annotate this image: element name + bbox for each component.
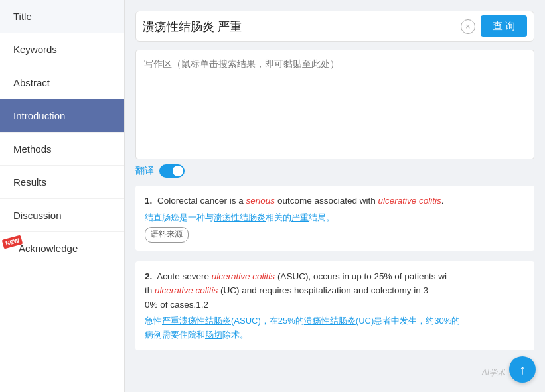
sidebar-item-label: Methods xyxy=(13,143,52,155)
result-number: 2. xyxy=(145,271,152,281)
sidebar-item-label: Title xyxy=(13,11,32,22)
result-text-part: outcome associated with xyxy=(275,196,378,206)
sidebar-item-methods[interactable]: Methods xyxy=(0,133,124,166)
search-query: 溃疡性结肠炎 严重 xyxy=(143,19,455,34)
result-text: 2. Acute severe ulcerative colitis (ASUC… xyxy=(145,269,525,312)
write-area[interactable] xyxy=(135,50,534,159)
sidebar-item-title[interactable]: Title xyxy=(0,0,124,33)
italic-keyword: ulcerative colitis xyxy=(378,196,441,206)
sidebar-item-results[interactable]: Results xyxy=(0,166,124,199)
search-bar: 溃疡性结肠炎 严重 × 查 询 xyxy=(135,11,534,42)
result-text-part: . xyxy=(441,196,444,206)
sidebar-item-acknowledge[interactable]: NEW Acknowledge xyxy=(0,232,124,265)
result-text: 1. Colorectal cancer is a serious outcom… xyxy=(145,194,525,208)
scroll-up-icon: ↑ xyxy=(519,362,526,377)
toggle-row: 翻译 xyxy=(135,164,534,178)
sidebar-item-discussion[interactable]: Discussion xyxy=(0,199,124,232)
sidebar-item-abstract[interactable]: Abstract xyxy=(0,66,124,99)
sidebar-item-label: Keywords xyxy=(13,44,57,55)
search-input-wrapper: 溃疡性结肠炎 严重 xyxy=(143,19,455,34)
result-item[interactable]: 1. Colorectal cancer is a serious outcom… xyxy=(135,186,534,251)
translate-toggle[interactable] xyxy=(159,164,185,178)
sidebar-item-label: Results xyxy=(13,176,46,188)
sidebar-item-label: Abstract xyxy=(13,77,50,88)
italic-keyword: ulcerative colitis xyxy=(212,271,275,281)
result-text-part: Colorectal cancer is a xyxy=(157,196,246,206)
search-button[interactable]: 查 询 xyxy=(481,15,527,37)
result-item[interactable]: 2. Acute severe ulcerative colitis (ASUC… xyxy=(135,261,534,350)
main-content: 溃疡性结肠炎 严重 × 查 询 翻译 1. Colorectal cancer … xyxy=(125,0,545,392)
sidebar-item-label: Discussion xyxy=(13,210,62,221)
sidebar-item-keywords[interactable]: Keywords xyxy=(0,33,124,66)
source-badge[interactable]: 语料来源 xyxy=(145,227,189,242)
toggle-label: 翻译 xyxy=(135,165,154,177)
result-text-part: Acute severe xyxy=(157,271,212,281)
sidebar-item-introduction[interactable]: Introduction xyxy=(0,99,124,133)
clear-button[interactable]: × xyxy=(461,19,475,34)
watermark: AI学术 xyxy=(482,367,505,379)
sidebar: Title Keywords Abstract Introduction Met… xyxy=(0,0,125,392)
result-number: 1. xyxy=(145,196,152,206)
italic-keyword: serious xyxy=(246,196,275,206)
chinese-translation: 急性严重溃疡性结肠炎(ASUC)，在25%的溃疡性结肠炎(UC)患者中发生，约3… xyxy=(145,314,525,342)
chinese-translation: 结直肠癌是一种与溃疡性结肠炎相关的严重结局。 xyxy=(145,211,525,225)
italic-keyword: ulcerative colitis xyxy=(155,285,218,295)
results-list: 1. Colorectal cancer is a serious outcom… xyxy=(135,186,534,350)
sidebar-item-label: Introduction xyxy=(13,110,65,121)
scroll-up-button[interactable]: ↑ xyxy=(509,356,536,383)
sidebar-item-label: Acknowledge xyxy=(19,243,78,254)
